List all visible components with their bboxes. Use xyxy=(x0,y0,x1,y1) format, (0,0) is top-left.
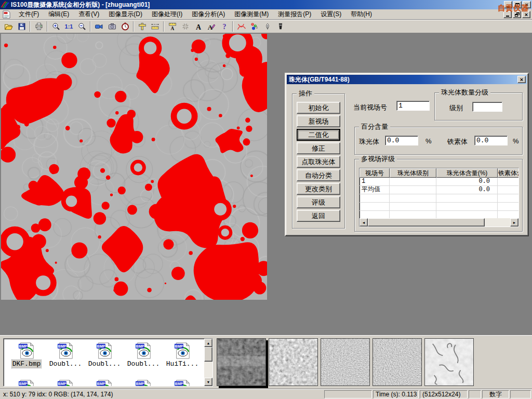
zoom-out-button[interactable] xyxy=(75,21,88,32)
file-item[interactable]: Doubl... xyxy=(125,342,162,368)
mdi-close-button[interactable]: × xyxy=(522,11,530,18)
table-row[interactable]: 平均值 0.0 xyxy=(360,186,518,194)
menu-image-process[interactable]: 图像处理(I) xyxy=(147,9,187,20)
file-list-scrollbar[interactable]: ▲ ▼ xyxy=(204,339,212,386)
init-button[interactable]: 初始化 xyxy=(297,102,340,114)
file-name[interactable]: Doubl... xyxy=(49,360,82,368)
bmp-file-icon xyxy=(135,379,152,387)
ruler-icon xyxy=(151,22,159,31)
new-field-button[interactable]: 新视场 xyxy=(297,115,340,127)
pearlite-percent-input[interactable] xyxy=(385,136,418,145)
text-annotation-button[interactable]: A xyxy=(192,21,205,32)
scrollbar-thumb[interactable] xyxy=(368,218,485,227)
save-button[interactable] xyxy=(15,21,28,32)
menu-image-measure[interactable]: 图像测量(M) xyxy=(230,9,273,20)
file-item[interactable]: HuiTi... xyxy=(164,342,201,368)
scrollbar-thumb[interactable] xyxy=(204,347,212,362)
auto-classify-button[interactable]: 自动分类 xyxy=(297,169,340,181)
col-field-no[interactable]: 视场号 xyxy=(360,168,390,178)
close-button[interactable]: × xyxy=(523,1,531,8)
actual-size-button[interactable]: 1:1 xyxy=(62,21,75,32)
rating-table[interactable]: 视场号 珠光体级别 珠光体含量(%) 铁素体含量(%) 1 0.0 平均值 0.… xyxy=(359,168,519,227)
return-button[interactable]: 返回 xyxy=(297,210,340,222)
col-pearlite-grade[interactable]: 珠光体级别 xyxy=(390,168,436,178)
file-item[interactable] xyxy=(86,379,123,387)
binarize-button[interactable]: 二值化 xyxy=(297,129,340,141)
file-item[interactable]: DKF.bmp xyxy=(8,342,45,368)
table-horizontal-scrollbar[interactable]: ◄ ► xyxy=(360,218,518,227)
file-item[interactable] xyxy=(164,379,201,387)
metallographic-image[interactable] xyxy=(1,34,267,300)
col-pearlite-content[interactable]: 珠光体含量(%) xyxy=(436,168,498,178)
scroll-up-button[interactable]: ▲ xyxy=(204,339,212,347)
maximize-button[interactable] xyxy=(513,1,522,8)
bmp-file-icon xyxy=(174,379,191,387)
caliper-measure-button[interactable] xyxy=(136,21,149,32)
open-file-button[interactable] xyxy=(2,21,15,32)
mdi-restore-button[interactable] xyxy=(513,11,521,18)
brush-tool-button[interactable] xyxy=(274,21,287,32)
cell-pearlite: 0.0 xyxy=(436,186,498,194)
table-row[interactable]: 1 0.0 xyxy=(360,178,518,186)
thumbnail-3[interactable] xyxy=(321,338,370,386)
scroll-right-button[interactable]: ► xyxy=(510,218,518,227)
text-measure-button[interactable]: A xyxy=(166,21,179,32)
pick-pearlite-button[interactable]: 点取珠光体 xyxy=(297,156,340,168)
menu-image-display[interactable]: 图像显示(D) xyxy=(104,9,147,20)
file-item[interactable] xyxy=(8,379,45,387)
thumbnail-1[interactable] xyxy=(217,338,266,386)
camera-capture-button[interactable] xyxy=(105,21,118,32)
menu-view[interactable]: 查看(V) xyxy=(74,9,104,20)
phase-count-button[interactable]: 1 2 3 xyxy=(248,21,261,32)
menu-image-analysis[interactable]: 图像分析(A) xyxy=(187,9,230,20)
red-curve-icon xyxy=(236,22,247,31)
menu-file[interactable]: 文件(F) xyxy=(14,9,44,20)
file-name[interactable]: Doubl... xyxy=(88,360,121,368)
length-measure-button[interactable] xyxy=(149,21,162,32)
ferrite-percent-input[interactable] xyxy=(474,136,508,145)
mdi-minimize-button[interactable] xyxy=(503,11,512,18)
scroll-down-button[interactable]: ▼ xyxy=(204,378,212,386)
col-ferrite-content[interactable]: 铁素体含量(%) xyxy=(498,168,519,178)
help-button[interactable]: ? xyxy=(218,21,231,32)
zoom-in-button[interactable] xyxy=(49,21,62,32)
pen-tool-button[interactable] xyxy=(261,21,274,32)
scroll-left-button[interactable]: ◄ xyxy=(360,218,368,227)
file-name[interactable]: Doubl... xyxy=(127,360,160,368)
file-item[interactable]: Doubl... xyxy=(47,342,84,368)
current-field-input[interactable] xyxy=(396,101,430,111)
thumbnail-5[interactable] xyxy=(424,338,474,386)
video-capture-button[interactable] xyxy=(92,21,105,32)
thumbnail-2[interactable] xyxy=(269,338,318,386)
file-item[interactable] xyxy=(125,379,162,387)
minimize-button[interactable] xyxy=(504,1,512,8)
status-cell-empty xyxy=(510,390,531,398)
print-button[interactable] xyxy=(32,21,45,32)
correct-button[interactable]: 修正 xyxy=(297,142,340,154)
operation-group-label: 操作 xyxy=(297,90,314,97)
grade-group-label: 珠光体数量分级 xyxy=(439,89,490,96)
file-name[interactable]: DKF.bmp xyxy=(12,360,42,368)
menu-measure-report[interactable]: 测量报告(P) xyxy=(273,9,316,20)
workspace: 珠光体(GB/T9441-88) × 操作 初始化 新视场 二值化 修正 点取珠… xyxy=(0,33,532,335)
help-icon: ? xyxy=(220,22,229,31)
merge-tool-button[interactable] xyxy=(179,21,192,32)
thumbnail-4[interactable] xyxy=(373,338,422,386)
curve-tool-button[interactable] xyxy=(235,21,248,32)
menu-help[interactable]: 帮助(H) xyxy=(346,9,377,20)
file-browser[interactable]: DKF.bmp Doubl... Doubl... Doubl... HuiTi… xyxy=(3,338,213,387)
timer-button[interactable] xyxy=(118,21,131,32)
file-name[interactable]: HuiTi... xyxy=(166,360,199,368)
change-class-button[interactable]: 更改类别 xyxy=(297,183,340,195)
menu-settings[interactable]: 设置(S) xyxy=(316,9,346,20)
menu-edit[interactable]: 编辑(E) xyxy=(44,9,74,20)
percent-group: 百分含量 珠光体 % 铁素体 % xyxy=(354,127,523,155)
grade-input[interactable] xyxy=(472,102,502,112)
dialog-title-bar[interactable]: 珠光体(GB/T9441-88) × xyxy=(287,75,527,84)
rate-button[interactable]: 评级 xyxy=(297,196,340,208)
dialog-close-button[interactable]: × xyxy=(517,76,526,83)
edit-annotation-button[interactable]: A xyxy=(205,21,218,32)
file-item[interactable] xyxy=(47,379,84,387)
file-item[interactable]: Doubl... xyxy=(86,342,123,368)
ruler-text-icon: A xyxy=(168,22,177,31)
